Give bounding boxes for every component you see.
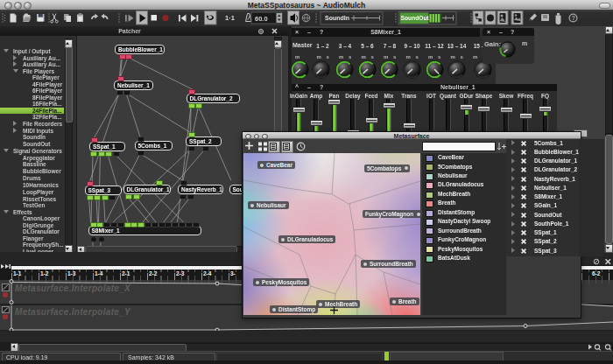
svg-text:?: ?: [572, 15, 575, 21]
